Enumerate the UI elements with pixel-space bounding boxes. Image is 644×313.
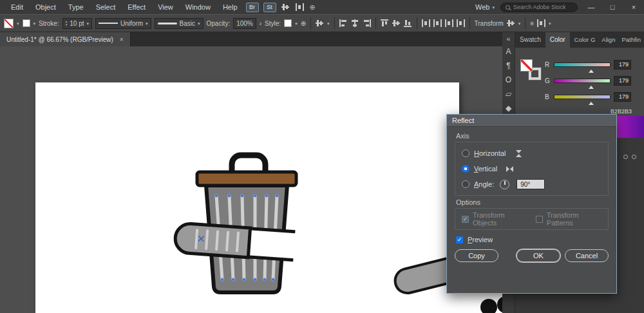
brush-dropdown[interactable]: Basic ▾ xyxy=(155,18,204,29)
collapse-panels-icon[interactable]: « xyxy=(506,34,510,44)
doc-setup-icon[interactable] xyxy=(316,19,324,27)
option-dot-icon[interactable] xyxy=(632,155,636,159)
paragraph-panel-icon[interactable]: ¶ xyxy=(502,59,515,73)
panel-menu-icon[interactable]: ≡ xyxy=(530,20,534,27)
canvas[interactable] xyxy=(0,46,502,313)
tab-color[interactable]: Color xyxy=(545,32,570,48)
symbols-panel-icon[interactable]: ◆ xyxy=(502,101,515,115)
chevron-down-icon[interactable]: ▾ xyxy=(33,21,36,26)
fill-proxy-swatch-none[interactable] xyxy=(520,59,533,71)
stock-button[interactable]: St xyxy=(263,3,276,12)
green-value-field[interactable]: 179 xyxy=(614,76,631,86)
distribute-spacing-icon[interactable] xyxy=(445,19,453,27)
align-left-icon[interactable] xyxy=(339,19,348,27)
angle-radio-row[interactable]: Angle: 90° xyxy=(462,176,601,192)
menu-type[interactable]: Type xyxy=(62,0,90,14)
dialog-titlebar[interactable]: Reflect xyxy=(447,115,616,127)
document-title: Untitled-1* @ 66.67% (RGB/Preview) xyxy=(6,36,113,43)
horizontal-radio[interactable] xyxy=(462,149,469,157)
slider-thumb[interactable] xyxy=(589,99,594,105)
angle-input[interactable]: 90° xyxy=(516,179,545,189)
tab-swatches[interactable]: Swatch xyxy=(515,32,545,48)
ok-button[interactable]: OK xyxy=(516,249,560,262)
option-dot-icon[interactable] xyxy=(623,155,628,159)
menu-help[interactable]: Help xyxy=(217,0,243,14)
close-tab-icon[interactable]: × xyxy=(120,36,124,43)
angle-radio[interactable] xyxy=(462,180,469,188)
chevron-down-icon[interactable]: ▾ xyxy=(295,21,298,26)
menu-edit[interactable]: Edit xyxy=(5,0,29,14)
menu-object[interactable]: Object xyxy=(30,0,62,14)
distribute-horizontal-icon[interactable] xyxy=(422,19,430,27)
bridge-button[interactable]: Br xyxy=(246,3,259,12)
transform-patterns-checkbox-row[interactable]: Transform Patterns xyxy=(536,211,601,227)
slider-thumb[interactable] xyxy=(589,67,594,73)
align-top-icon[interactable] xyxy=(381,19,389,27)
horizontal-radio-row[interactable]: Horizontal xyxy=(462,146,601,161)
transform-label[interactable]: Transform xyxy=(475,20,504,27)
blue-value-field[interactable]: 179 xyxy=(614,92,631,102)
blue-slider[interactable] xyxy=(554,95,611,99)
shape-options-icon[interactable] xyxy=(537,19,545,27)
align-middle-icon[interactable] xyxy=(392,19,401,27)
appearance-panel-icon[interactable]: ▱ xyxy=(502,87,515,101)
transform-patterns-label: Transform Patterns xyxy=(547,211,601,227)
chevron-down-icon[interactable]: ▾ xyxy=(549,21,551,26)
stroke-weight-field[interactable]: ▴▾ 10 pt ▾ xyxy=(62,18,92,29)
minimize-button[interactable]: — xyxy=(583,0,599,14)
chevron-down-icon[interactable]: ▾ xyxy=(17,21,19,26)
tab-align[interactable]: Align xyxy=(598,32,618,48)
style-swatch[interactable] xyxy=(284,19,292,27)
stepper-icons[interactable]: ▴▾ xyxy=(66,20,68,26)
document-setup-icon[interactable]: ⊕ xyxy=(301,20,306,27)
vertical-radio-selected[interactable] xyxy=(462,165,469,173)
chevron-down-icon[interactable]: ▾ xyxy=(518,21,521,26)
align-center-icon[interactable] xyxy=(351,19,359,27)
variable-width-dropdown[interactable]: Uniform ▾ xyxy=(95,18,151,29)
restore-button[interactable]: □ xyxy=(605,0,620,14)
transform-patterns-checkbox[interactable] xyxy=(536,216,543,223)
red-slider[interactable] xyxy=(554,62,611,67)
preview-checkbox-row[interactable]: ✓ Preview xyxy=(456,236,609,243)
copy-button[interactable]: Copy xyxy=(455,249,498,262)
chevron-down-icon[interactable]: ▾ xyxy=(327,21,330,26)
distribute-vertical-icon[interactable] xyxy=(433,19,442,27)
tab-color-guide[interactable]: Color G xyxy=(571,32,599,48)
menu-view[interactable]: View xyxy=(152,0,179,14)
document-tab-bar: Untitled-1* @ 66.67% (RGB/Preview) × xyxy=(0,32,502,46)
document-tab[interactable]: Untitled-1* @ 66.67% (RGB/Preview) × xyxy=(0,32,131,46)
angle-dial[interactable] xyxy=(500,180,509,189)
gpu-performance-icon[interactable]: ⊕ xyxy=(310,3,316,12)
opentype-panel-icon[interactable]: O xyxy=(502,73,515,87)
document-icon[interactable] xyxy=(281,3,290,11)
transform-objects-checkbox-row[interactable]: ✓ Transform Objects xyxy=(462,211,526,227)
artwork-blob xyxy=(480,299,497,313)
distribute-objects-icon[interactable] xyxy=(457,19,465,27)
transform-panel-icon[interactable] xyxy=(507,19,515,27)
vertical-radio-row[interactable]: Vertical xyxy=(462,161,601,176)
stroke-swatch[interactable] xyxy=(23,19,30,27)
fill-stroke-proxy[interactable] xyxy=(520,59,541,80)
preview-checkbox[interactable]: ✓ xyxy=(456,236,463,243)
trash-handle xyxy=(232,155,265,172)
search-input[interactable]: Search Adobe Stock xyxy=(500,3,578,12)
arrange-documents-icon[interactable] xyxy=(296,3,304,11)
green-slider[interactable] xyxy=(554,79,611,83)
cancel-button[interactable]: Cancel xyxy=(565,249,609,262)
red-value-field[interactable]: 179 xyxy=(614,60,631,70)
more-icon[interactable]: › xyxy=(260,20,261,27)
menu-select[interactable]: Select xyxy=(90,0,122,14)
fill-swatch-none[interactable] xyxy=(4,19,14,28)
workspace-switcher[interactable]: Web ▾ xyxy=(475,3,495,11)
menu-window[interactable]: Window xyxy=(180,0,216,14)
character-panel-icon[interactable]: A xyxy=(502,44,515,59)
stroke-label: Stroke: xyxy=(39,20,59,27)
align-bottom-icon[interactable] xyxy=(404,19,412,27)
tab-pathfinder[interactable]: Pathfin xyxy=(618,32,644,48)
align-right-icon[interactable] xyxy=(363,19,371,27)
transform-objects-checkbox[interactable]: ✓ xyxy=(462,216,469,223)
opacity-field[interactable]: 100% xyxy=(233,18,256,29)
menu-effect[interactable]: Effect xyxy=(122,0,151,14)
close-button[interactable]: × xyxy=(626,0,641,14)
slider-thumb[interactable] xyxy=(589,83,594,89)
